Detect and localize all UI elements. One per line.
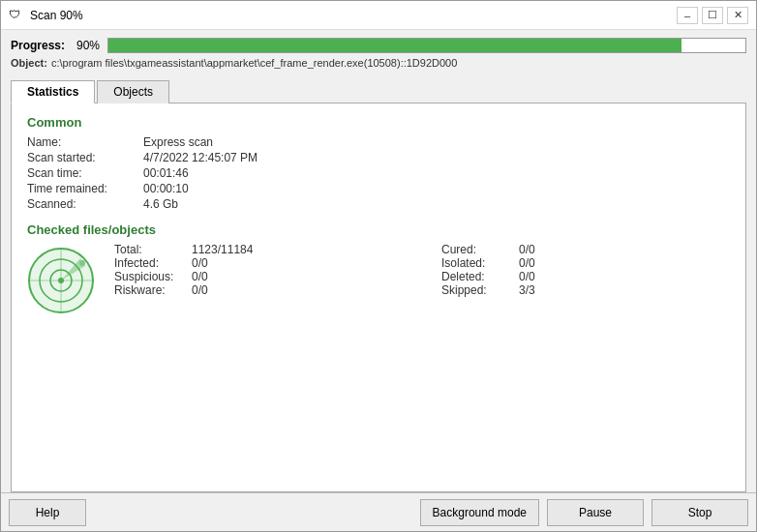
radar-icon — [27, 247, 95, 317]
title-bar-controls: – ☐ ✕ — [677, 7, 748, 24]
stat-key-riskware: Riskware: — [114, 283, 192, 297]
main-window: 🛡 Scan 90% – ☐ ✕ Progress: 90% Object:c:… — [0, 0, 757, 532]
stat-row-skipped: Skipped: 3/3 — [441, 283, 730, 297]
stat-row-infected: Infected: 0/0 — [114, 256, 403, 270]
progress-row: Progress: 90% — [11, 38, 746, 53]
info-value-scanned: 4.6 Gb — [143, 197, 178, 211]
window-title: Scan 90% — [30, 9, 677, 22]
progress-bar-fill — [108, 39, 681, 52]
progress-label: Progress: — [11, 39, 69, 52]
stat-value-total: 1123/11184 — [192, 243, 253, 256]
info-key-scan-time: Scan time: — [27, 166, 143, 180]
stat-row-isolated: Isolated: 0/0 — [441, 256, 730, 270]
stats-left-col: Total: 1123/11184 Infected: 0/0 Suspicio… — [114, 243, 403, 297]
info-value-name: Express scan — [143, 135, 213, 149]
info-row-time-remained: Time remained: 00:00:10 — [27, 182, 730, 195]
stat-row-deleted: Deleted: 0/0 — [441, 270, 730, 283]
info-key-scanned: Scanned: — [27, 197, 143, 211]
progress-value: 90% — [76, 39, 100, 52]
info-value-scan-time: 00:01:46 — [143, 166, 189, 180]
object-row: Object:c:\program files\txgameassistant\… — [11, 57, 746, 71]
tab-statistics[interactable]: Statistics — [11, 80, 95, 103]
checked-section-title: Checked files/objects — [27, 222, 730, 237]
info-value-scan-started: 4/7/2022 12:45:07 PM — [143, 151, 257, 164]
object-label: Object: — [11, 57, 47, 69]
progress-section: Progress: 90% Object:c:\program files\tx… — [1, 30, 756, 74]
stop-button[interactable]: Stop — [651, 499, 748, 526]
maximize-button[interactable]: ☐ — [702, 7, 723, 24]
app-icon: 🛡 — [9, 8, 24, 23]
stat-row-suspicious: Suspicious: 0/0 — [114, 270, 403, 283]
common-info-table: Name: Express scan Scan started: 4/7/202… — [27, 135, 730, 211]
info-row-scan-time: Scan time: 00:01:46 — [27, 166, 730, 180]
stat-row-cured: Cured: 0/0 — [441, 243, 730, 256]
stat-key-infected: Infected: — [114, 256, 192, 270]
progress-bar-container — [107, 38, 746, 53]
tab-objects[interactable]: Objects — [97, 80, 169, 103]
stat-key-skipped: Skipped: — [441, 283, 519, 297]
title-bar: 🛡 Scan 90% – ☐ ✕ — [1, 1, 756, 30]
stat-row-total: Total: 1123/11184 — [114, 243, 403, 256]
minimize-button[interactable]: – — [677, 7, 698, 24]
info-key-name: Name: — [27, 135, 143, 149]
bottom-bar: Help Background mode Pause Stop — [1, 492, 756, 531]
stat-value-isolated: 0/0 — [519, 256, 535, 270]
common-section-title: Common — [27, 115, 730, 130]
stat-value-suspicious: 0/0 — [192, 270, 208, 283]
tabs-container: Statistics Objects — [11, 80, 746, 103]
info-row-scan-started: Scan started: 4/7/2022 12:45:07 PM — [27, 151, 730, 164]
info-row-scanned: Scanned: 4.6 Gb — [27, 197, 730, 211]
radar-area: Total: 1123/11184 Infected: 0/0 Suspicio… — [27, 243, 730, 317]
stats-content: Total: 1123/11184 Infected: 0/0 Suspicio… — [114, 243, 730, 297]
help-button[interactable]: Help — [9, 499, 86, 526]
pause-button[interactable]: Pause — [547, 499, 644, 526]
info-value-time-remained: 00:00:10 — [143, 182, 189, 195]
stat-key-suspicious: Suspicious: — [114, 270, 192, 283]
stat-key-cured: Cured: — [441, 243, 519, 256]
info-key-time-remained: Time remained: — [27, 182, 143, 195]
stat-value-riskware: 0/0 — [192, 283, 208, 297]
svg-point-6 — [79, 260, 85, 266]
stat-key-deleted: Deleted: — [441, 270, 519, 283]
stats-grid: Total: 1123/11184 Infected: 0/0 Suspicio… — [114, 243, 730, 297]
stat-value-cured: 0/0 — [519, 243, 535, 256]
content-panel: Common Name: Express scan Scan started: … — [11, 103, 746, 492]
stat-row-riskware: Riskware: 0/0 — [114, 283, 403, 297]
info-key-scan-started: Scan started: — [27, 151, 143, 164]
stat-value-infected: 0/0 — [192, 256, 208, 270]
stats-right-col: Cured: 0/0 Isolated: 0/0 Deleted: 0/0 — [441, 243, 730, 297]
stat-value-deleted: 0/0 — [519, 270, 535, 283]
stat-value-skipped: 3/3 — [519, 283, 535, 297]
close-button[interactable]: ✕ — [727, 7, 748, 24]
object-value: c:\program files\txgameassistant\appmark… — [51, 57, 457, 69]
stat-key-total: Total: — [114, 243, 192, 256]
background-mode-button[interactable]: Background mode — [420, 499, 539, 526]
stat-key-isolated: Isolated: — [441, 256, 519, 270]
info-row-name: Name: Express scan — [27, 135, 730, 149]
